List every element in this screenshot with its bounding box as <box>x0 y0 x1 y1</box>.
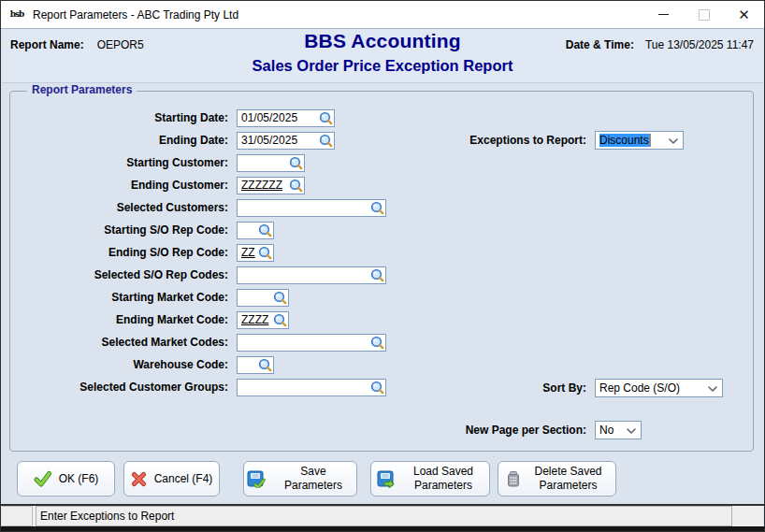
selected-customers-input[interactable] <box>237 199 386 217</box>
save-parameters-label: Save Parameters <box>273 465 354 493</box>
load-saved-parameters-label: Load Saved Parameters <box>403 465 484 493</box>
exceptions-selected-value: Discounts <box>599 134 651 147</box>
starting-customer-label: Starting Customer: <box>10 156 228 169</box>
groupbox-label: Report Parameters <box>27 83 137 96</box>
ending-so-rep-code-label: Ending S/O Rep Code: <box>10 246 228 259</box>
sort-by-row: Sort By: Rep Code (S/O) <box>10 379 723 397</box>
report-parameters-groupbox: Report Parameters Starting Date: 01/05/2… <box>9 91 754 452</box>
minimize-button[interactable] <box>643 1 684 28</box>
field-row: Selected Market Codes: <box>10 331 753 353</box>
starting-so-rep-code-input[interactable] <box>237 222 274 239</box>
ending-market-code-value: ZZZZ <box>238 313 268 326</box>
chevron-down-icon <box>669 138 678 144</box>
close-icon: ✕ <box>738 7 750 22</box>
starting-date-value: 01/05/2025 <box>238 111 297 124</box>
exceptions-row: Exceptions to Report: Discounts <box>10 131 684 150</box>
selected-so-rep-codes-input[interactable] <box>237 266 386 284</box>
maximize-button <box>684 1 724 28</box>
app-logo-icon: bsb <box>7 6 26 24</box>
ok-button-label: OK (F6) <box>59 472 99 486</box>
field-row: Starting Customer: <box>10 151 753 174</box>
selected-so-rep-codes-label: Selected S/O Rep Codes: <box>10 268 228 281</box>
field-row: Starting S/O Rep Code: <box>10 219 753 241</box>
maximize-icon <box>699 9 710 21</box>
selected-market-codes-label: Selected Market Codes: <box>10 336 228 349</box>
new-page-value: No <box>599 424 613 437</box>
sort-by-value: Rep Code (S/O) <box>599 381 680 395</box>
check-icon <box>34 470 51 487</box>
new-page-per-section-label: New Page per Section: <box>466 424 586 437</box>
lookup-icon[interactable] <box>273 291 287 305</box>
lookup-icon[interactable] <box>258 246 272 260</box>
ending-customer-value: ZZZZZZ <box>238 179 282 192</box>
warehouse-code-label: Warehouse Code: <box>10 358 228 371</box>
ending-customer-label: Ending Customer: <box>10 179 228 192</box>
report-header: Report Name: OEPOR5 BBS Accounting Sales… <box>2 29 763 83</box>
lookup-icon[interactable] <box>370 268 384 282</box>
exceptions-to-report-label: Exceptions to Report: <box>469 134 586 147</box>
delete-saved-parameters-button[interactable]: Delete Saved Parameters <box>498 461 616 496</box>
date-time-value: Tue 13/05/2025 11:47 <box>645 38 754 51</box>
field-row: Ending Market Code: ZZZZ <box>10 309 753 331</box>
report-title: Sales Order Price Exception Report <box>2 57 763 75</box>
starting-market-code-label: Starting Market Code: <box>10 291 228 304</box>
ending-customer-input[interactable]: ZZZZZZ <box>237 177 305 194</box>
lookup-icon[interactable] <box>370 201 384 215</box>
selected-market-codes-input[interactable] <box>237 334 386 352</box>
window-title: Report Parameters - ABC Trading Pty Ltd <box>33 8 643 22</box>
sort-by-select[interactable]: Rep Code (S/O) <box>595 379 723 397</box>
load-saved-parameters-button[interactable]: Load Saved Parameters <box>370 461 490 496</box>
cross-icon <box>131 471 147 487</box>
starting-market-code-input[interactable] <box>237 289 289 307</box>
new-page-per-section-row: New Page per Section: No <box>10 421 642 439</box>
ending-so-rep-code-value: ZZ <box>238 246 255 259</box>
save-parameters-button[interactable]: Save Parameters <box>243 461 357 496</box>
delete-icon <box>506 470 521 488</box>
field-row: Starting Date: 01/05/2025 <box>10 107 753 129</box>
lookup-icon[interactable] <box>289 179 303 193</box>
lookup-icon[interactable] <box>370 336 384 350</box>
chevron-down-icon <box>708 386 717 392</box>
date-time: Date & Time: Tue 13/05/2025 11:47 <box>566 38 754 51</box>
chevron-down-icon <box>627 428 636 434</box>
field-row: Starting Market Code: <box>10 286 753 309</box>
field-row: Warehouse Code: <box>10 353 753 376</box>
date-time-label: Date & Time: <box>566 38 634 51</box>
starting-date-input[interactable]: 01/05/2025 <box>237 109 335 127</box>
status-cell-small <box>2 506 33 526</box>
report-parameters-window: bsb Report Parameters - ABC Trading Pty … <box>0 0 765 532</box>
minimize-icon <box>658 14 669 15</box>
delete-saved-parameters-label: Delete Saved Parameters <box>528 465 609 493</box>
lookup-icon[interactable] <box>273 313 287 327</box>
field-row: Selected Customers: <box>10 196 753 219</box>
cancel-button[interactable]: Cancel (F4) <box>123 461 220 496</box>
ending-so-rep-code-input[interactable]: ZZ <box>237 244 274 262</box>
new-page-per-section-select[interactable]: No <box>595 421 642 439</box>
background-window-strip <box>1 526 764 532</box>
lookup-icon[interactable] <box>258 358 272 372</box>
cancel-button-label: Cancel (F4) <box>154 472 213 486</box>
status-cell-main: Enter Exceptions to Report <box>36 506 732 526</box>
field-row: Ending S/O Rep Code: ZZ <box>10 241 753 264</box>
save-icon <box>247 470 266 488</box>
field-rows: Starting Date: 01/05/2025 Ending Date: 3… <box>10 107 753 398</box>
ok-button[interactable]: OK (F6) <box>17 461 115 496</box>
close-button[interactable]: ✕ <box>724 1 764 28</box>
ending-market-code-input[interactable]: ZZZZ <box>237 311 289 329</box>
lookup-icon[interactable] <box>289 156 303 170</box>
status-message: Enter Exceptions to Report <box>36 510 174 523</box>
lookup-icon[interactable] <box>258 223 272 237</box>
starting-customer-input[interactable] <box>237 154 305 172</box>
title-bar[interactable]: bsb Report Parameters - ABC Trading Pty … <box>1 1 764 29</box>
lookup-icon[interactable] <box>319 111 333 125</box>
ending-market-code-label: Ending Market Code: <box>10 313 228 326</box>
starting-so-rep-code-label: Starting S/O Rep Code: <box>10 223 228 237</box>
status-bar: Enter Exceptions to Report <box>2 506 763 526</box>
selected-customers-label: Selected Customers: <box>10 201 228 214</box>
exceptions-to-report-select[interactable]: Discounts <box>595 131 684 150</box>
field-row: Ending Customer: ZZZZZZ <box>10 174 753 196</box>
starting-date-label: Starting Date: <box>10 111 228 124</box>
sort-by-label: Sort By: <box>542 381 586 395</box>
load-icon <box>377 470 396 488</box>
warehouse-code-input[interactable] <box>237 356 274 374</box>
